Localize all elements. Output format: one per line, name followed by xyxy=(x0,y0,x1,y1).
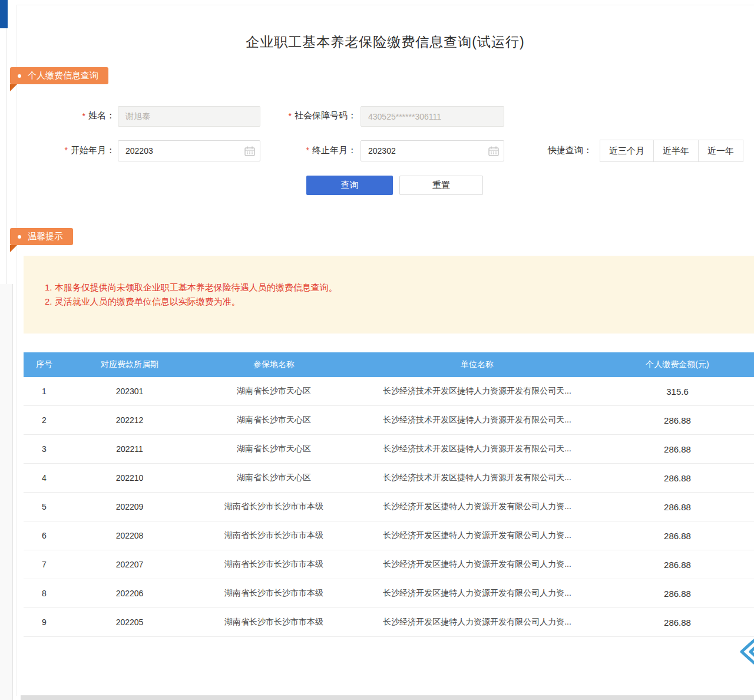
cell-unit: 长沙经济开发区捷特人力资源开发有限公司人力资... xyxy=(353,559,601,570)
cell-unit: 长沙经济技术开发区捷特人力资源开发有限公司天... xyxy=(353,415,601,425)
left-page-edge xyxy=(0,0,6,284)
cell-place: 湖南省长沙市天心区 xyxy=(194,415,353,425)
header-cell-index: 序号 xyxy=(24,359,65,370)
table-row: 6 202208 湖南省长沙市长沙市市本级 长沙经济开发区捷特人力资源开发有限公… xyxy=(24,521,754,550)
cell-period: 202212 xyxy=(65,415,194,425)
cell-unit: 长沙经济开发区捷特人力资源开发有限公司人力资... xyxy=(353,501,601,512)
name-input xyxy=(118,107,260,126)
section-badge-personal-query: 个人缴费信息查询 xyxy=(10,67,108,84)
table-row: 3 202211 湖南省长沙市天心区 长沙经济技术开发区捷特人力资源开发有限公司… xyxy=(24,435,754,464)
cell-place: 湖南省长沙市长沙市市本级 xyxy=(194,530,353,541)
quick-range-button-3-months[interactable]: 近三个月 xyxy=(600,140,654,162)
cell-amount: 286.88 xyxy=(601,618,754,628)
cell-period: 202209 xyxy=(65,502,194,511)
cell-unit: 长沙经济开发区捷特人力资源开发有限公司人力资... xyxy=(353,588,601,599)
header-cell-unit: 单位名称 xyxy=(353,359,601,370)
table-row: 2 202212 湖南省长沙市天心区 长沙经济技术开发区捷特人力资源开发有限公司… xyxy=(24,406,754,435)
header-cell-period: 对应费款所属期 xyxy=(65,359,194,370)
cell-period: 202207 xyxy=(65,560,194,569)
ssn-input xyxy=(361,107,504,126)
quick-range-button-half-year[interactable]: 近半年 xyxy=(653,140,699,162)
quick-range-group: 近三个月 近半年 近一年 xyxy=(600,140,743,162)
quick-query-label: 快捷查询： xyxy=(530,140,592,161)
cell-amount: 315.6 xyxy=(601,387,754,397)
cell-place: 湖南省长沙市天心区 xyxy=(194,386,353,397)
cell-amount: 286.88 xyxy=(601,473,754,483)
cell-amount: 286.88 xyxy=(601,444,754,454)
cell-place: 湖南省长沙市长沙市市本级 xyxy=(194,588,353,599)
cell-place: 湖南省长沙市长沙市市本级 xyxy=(194,559,353,570)
dot-icon xyxy=(18,74,21,78)
cell-place: 湖南省长沙市长沙市市本级 xyxy=(194,617,353,628)
calendar-icon[interactable] xyxy=(244,146,255,156)
left-page-edge-lower xyxy=(0,284,13,700)
calendar-icon[interactable] xyxy=(488,146,499,156)
notice-line-2: 2. 灵活就业人员的缴费单位信息以实际缴费为准。 xyxy=(45,295,742,309)
bottom-strip xyxy=(21,695,754,700)
start-month-input[interactable] xyxy=(118,141,244,161)
table-header-row: 序号 对应费款所属期 参保地名称 单位名称 个人缴费金额(元) xyxy=(24,352,754,377)
cell-index: 7 xyxy=(24,560,65,569)
table-row: 4 202210 湖南省长沙市天心区 长沙经济技术开发区捷特人力资源开发有限公司… xyxy=(24,464,754,493)
notice-line-1: 1. 本服务仅提供尚未领取企业职工基本养老保险待遇人员的缴费信息查询。 xyxy=(45,280,742,295)
table-row: 7 202207 湖南省长沙市长沙市市本级 长沙经济开发区捷特人力资源开发有限公… xyxy=(24,550,754,579)
cell-amount: 286.88 xyxy=(601,560,754,570)
cell-amount: 286.88 xyxy=(601,415,754,425)
end-month-input[interactable] xyxy=(361,141,488,161)
badge-fold xyxy=(10,245,17,252)
dot-icon xyxy=(18,235,21,239)
table-row: 1 202301 湖南省长沙市天心区 长沙经济技术开发区捷特人力资源开发有限公司… xyxy=(24,377,754,406)
required-mark: * xyxy=(82,111,85,121)
cell-unit: 长沙经济技术开发区捷特人力资源开发有限公司天... xyxy=(353,444,601,454)
cell-index: 2 xyxy=(24,415,65,425)
ssn-label: * 社会保障号码： xyxy=(259,106,356,126)
cell-period: 202205 xyxy=(65,618,194,627)
start-month-label: * 开始年月： xyxy=(35,140,115,160)
section-badge-tips: 温馨提示 xyxy=(10,228,73,245)
cell-index: 3 xyxy=(24,444,65,454)
cell-period: 202211 xyxy=(65,444,194,454)
double-chevron-left-icon[interactable] xyxy=(736,638,754,666)
table-row: 9 202205 湖南省长沙市长沙市市本级 长沙经济开发区捷特人力资源开发有限公… xyxy=(24,608,754,637)
reset-button[interactable]: 重置 xyxy=(399,176,483,195)
cell-amount: 286.88 xyxy=(601,589,754,599)
cell-period: 202208 xyxy=(65,531,194,540)
payment-table: 序号 对应费款所属期 参保地名称 单位名称 个人缴费金额(元) 1 202301… xyxy=(24,352,754,637)
end-month-input-box[interactable] xyxy=(361,140,504,161)
cell-index: 1 xyxy=(24,387,65,396)
query-button[interactable]: 查询 xyxy=(306,176,393,195)
badge-fold xyxy=(10,84,17,91)
cell-amount: 286.88 xyxy=(601,531,754,541)
start-month-input-box[interactable] xyxy=(118,140,260,161)
cell-index: 8 xyxy=(24,589,65,598)
table-row: 8 202206 湖南省长沙市长沙市市本级 长沙经济开发区捷特人力资源开发有限公… xyxy=(24,579,754,608)
page-title: 企业职工基本养老保险缴费信息查询(试运行) xyxy=(16,33,754,51)
cell-period: 202301 xyxy=(65,387,194,396)
cell-index: 6 xyxy=(24,531,65,540)
cell-place: 湖南省长沙市长沙市市本级 xyxy=(194,501,353,512)
section-badge-label: 温馨提示 xyxy=(28,231,63,242)
cell-index: 5 xyxy=(24,502,65,511)
cell-index: 9 xyxy=(24,618,65,627)
header-cell-amount: 个人缴费金额(元) xyxy=(601,359,754,370)
cell-unit: 长沙经济技术开发区捷特人力资源开发有限公司天... xyxy=(353,386,601,397)
cell-place: 湖南省长沙市天心区 xyxy=(194,444,353,454)
cell-place: 湖南省长沙市天心区 xyxy=(194,473,353,483)
cell-unit: 长沙经济开发区捷特人力资源开发有限公司人力资... xyxy=(353,530,601,541)
required-mark: * xyxy=(306,146,309,155)
cell-period: 202206 xyxy=(65,589,194,598)
cell-unit: 长沙经济开发区捷特人力资源开发有限公司人力资... xyxy=(353,617,601,628)
navy-accent-block xyxy=(0,0,8,28)
table-row: 5 202209 湖南省长沙市长沙市市本级 长沙经济开发区捷特人力资源开发有限公… xyxy=(24,493,754,521)
required-mark: * xyxy=(289,111,292,121)
section-badge-label: 个人缴费信息查询 xyxy=(28,70,98,81)
header-cell-place: 参保地名称 xyxy=(194,359,353,370)
cell-amount: 286.88 xyxy=(601,502,754,512)
notice-box: 1. 本服务仅提供尚未领取企业职工基本养老保险待遇人员的缴费信息查询。 2. 灵… xyxy=(24,256,754,334)
cell-index: 4 xyxy=(24,473,65,483)
name-label: * 姓名： xyxy=(35,106,115,126)
cell-unit: 长沙经济技术开发区捷特人力资源开发有限公司天... xyxy=(353,473,601,483)
cell-period: 202210 xyxy=(65,473,194,483)
quick-range-button-1-year[interactable]: 近一年 xyxy=(698,140,743,162)
name-input-box xyxy=(118,106,260,127)
